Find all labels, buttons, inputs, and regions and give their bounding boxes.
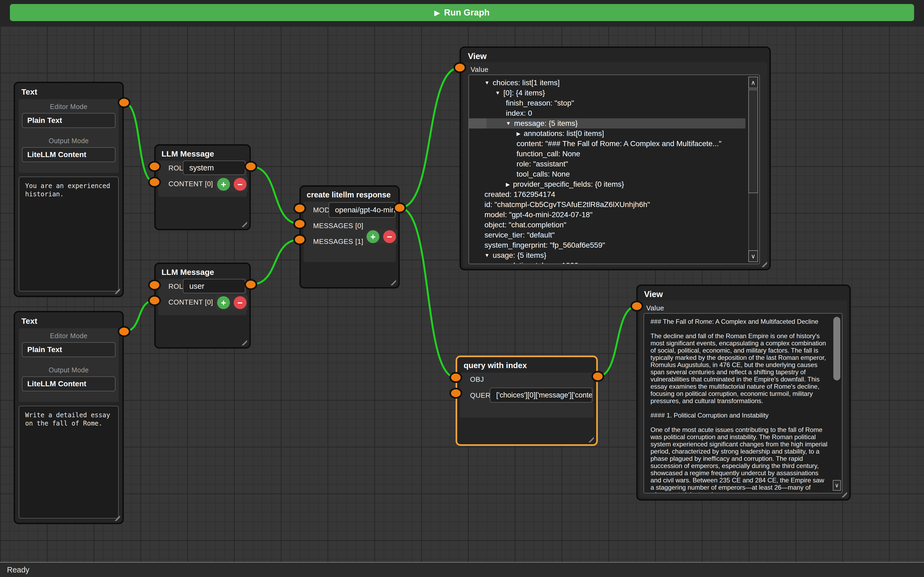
add-item-button[interactable]: + [217,178,230,191]
scrollbar[interactable]: ∨ [834,316,840,491]
tree-row[interactable]: ▶provider_specific_fields: {0 items} [469,179,745,189]
port-llm1-output[interactable] [244,161,257,172]
port-llm1-content-input[interactable] [148,177,161,188]
collapse-icon[interactable]: ▼ [485,80,489,86]
port-text2-output[interactable] [118,326,131,337]
node-query-with-index[interactable]: query with index OBJ QUERY ['choices'][0… [456,356,598,446]
editor-mode-select[interactable]: Plain Text [22,342,115,357]
node-llm-message-system[interactable]: LLM Message ROLE system CONTENT [0] + − [154,144,251,230]
port-query-query-input[interactable] [449,388,462,399]
node-view-response[interactable]: View Value ▼choices: list[1 items]▼[0]: … [460,47,771,270]
tree-row[interactable]: ▼usage: {5 items} [469,250,745,260]
port-llm2-output[interactable] [244,279,257,290]
top-toolbar: ▶ Run Graph [0,0,924,26]
add-item-button[interactable]: + [367,230,380,243]
port-llm2-content-input[interactable] [148,295,161,306]
scrollbar-thumb[interactable] [748,89,758,193]
tree-row[interactable]: finish_reason: "stop" [469,98,745,108]
node-llm-message-user[interactable]: LLM Message ROLE user CONTENT [0] + − [154,263,251,348]
wire-text2-output-to-llm2-content-input [124,301,155,332]
tree-row[interactable]: function_call: None [469,149,745,159]
tree-row[interactable]: ▼message: {5 items} [469,118,745,129]
messages0-label: MESSAGES [0] [313,222,363,230]
port-create-messages0-input[interactable] [293,219,306,229]
model-input[interactable]: openai/gpt-4o-mini [329,202,396,218]
tree-row[interactable]: ▼choices: list[1 items] [469,78,745,88]
content-label: CONTENT [0] [168,180,213,188]
port-query-output[interactable] [591,371,604,382]
tree-row-text: object: "chat.completion" [485,221,566,229]
expand-icon[interactable]: ▶ [517,131,520,137]
node-canvas[interactable]: Text Editor Mode Plain Text Output Mode … [0,26,924,562]
node-title: query with index [464,361,527,370]
node-view-content[interactable]: View Value ### The Fall of Rome: A Compl… [636,285,851,501]
value-label: Value [470,66,488,74]
wire-llm1-output-to-create-messages0-input [251,166,300,224]
expand-icon[interactable]: ▶ [506,181,510,187]
tree-row[interactable]: object: "chat.completion" [469,220,745,230]
tree-row[interactable]: content: "### The Fall of Rome: A Comple… [469,139,745,149]
tree-row[interactable]: created: 1762954174 [469,189,745,200]
tree-row[interactable]: index: 0 [469,108,745,118]
tree-row[interactable]: id: "chatcmpl-Cb5CgvTSAfuE2tlR8aZ6lXUnhj… [469,200,745,210]
remove-item-button[interactable]: − [234,178,247,191]
node-text-system[interactable]: Text Editor Mode Plain Text Output Mode … [14,82,124,297]
port-llm1-role-input[interactable] [148,161,161,172]
port-view2-value-input[interactable] [630,301,643,312]
run-graph-button[interactable]: ▶ Run Graph [10,4,914,21]
collapse-icon[interactable]: ▼ [506,121,511,126]
json-tree: ▼choices: list[1 items]▼[0]: {4 items}fi… [469,78,745,264]
tree-row-text: [0]: {4 items} [504,89,545,97]
editor-mode-select[interactable]: Plain Text [22,113,115,128]
resize-handle-icon[interactable] [239,219,247,227]
add-item-button[interactable]: + [217,296,230,309]
value-tree-viewport[interactable]: ▼choices: list[1 items]▼[0]: {4 items}fi… [468,74,760,264]
tree-row-text: choices: list[1 items] [493,79,560,87]
value-text-viewport[interactable]: ### The Fall of Rome: A Complex and Mult… [643,313,842,493]
output-mode-select[interactable]: LiteLLM Content [22,376,115,392]
tree-row[interactable]: ▶annotations: list[0 items] [469,129,745,139]
query-input[interactable]: ['choices'][0]['message']['content'] [490,388,593,403]
tree-row[interactable]: ▼[0]: {4 items} [469,88,745,98]
resize-handle-icon[interactable] [586,434,594,442]
remove-item-button[interactable]: − [383,230,396,243]
port-llm2-role-input[interactable] [148,280,161,291]
role-input[interactable]: user [183,279,246,293]
tree-row[interactable]: system_fingerprint: "fp_560af6e559" [469,240,745,250]
scroll-down-button[interactable]: ∨ [748,250,758,262]
port-create-output[interactable] [393,203,406,213]
wire-create-output-to-view1-value-input [400,68,460,208]
tree-row[interactable]: model: "gpt-4o-mini-2024-07-18" [469,210,745,220]
output-mode-select[interactable]: LiteLLM Content [22,147,115,162]
text-content-textarea[interactable]: Write a detailed essay on the fall of Ro… [19,406,119,519]
resize-handle-icon[interactable] [239,337,247,345]
tree-row[interactable]: service_tier: "default" [469,230,745,240]
wire-llm2-output-to-create-messages1-input [251,240,300,285]
port-text1-output[interactable] [118,97,131,108]
node-create-litellm-response[interactable]: create litellm response MODEL openai/gpt… [299,185,400,288]
wire-create-output-to-query-obj-input [400,208,456,377]
tree-row[interactable]: completion_tokens: 1000 [469,260,745,264]
resize-handle-icon[interactable] [388,277,396,285]
tree-row[interactable]: role: "assistant" [469,159,745,169]
scrollbar[interactable]: ∧ ∨ [748,77,758,262]
role-input[interactable]: system [183,161,246,175]
scrollbar-thumb[interactable] [834,317,840,380]
collapse-icon[interactable]: ▼ [495,90,500,96]
editor-mode-label: Editor Mode [19,103,119,111]
port-query-obj-input[interactable] [449,372,462,383]
essay-text: ### The Fall of Rome: A Complex and Mult… [651,318,828,493]
node-text-user[interactable]: Text Editor Mode Plain Text Output Mode … [14,311,124,524]
list-buttons: + − [216,177,247,192]
tree-row-text: usage: {5 items} [493,251,546,259]
port-create-messages1-input[interactable] [293,234,306,245]
tree-row-text: system_fingerprint: "fp_560af6e559" [485,241,605,250]
collapse-icon[interactable]: ▼ [485,253,489,258]
port-view1-value-input[interactable] [454,62,466,73]
scroll-up-button[interactable]: ∧ [748,77,758,89]
scroll-down-button[interactable]: ∨ [833,480,841,491]
remove-item-button[interactable]: − [234,296,247,309]
text-content-textarea[interactable]: You are an experienced historian. [19,177,119,292]
tree-row[interactable]: tool_calls: None [469,169,745,179]
port-create-model-input[interactable] [293,203,306,214]
